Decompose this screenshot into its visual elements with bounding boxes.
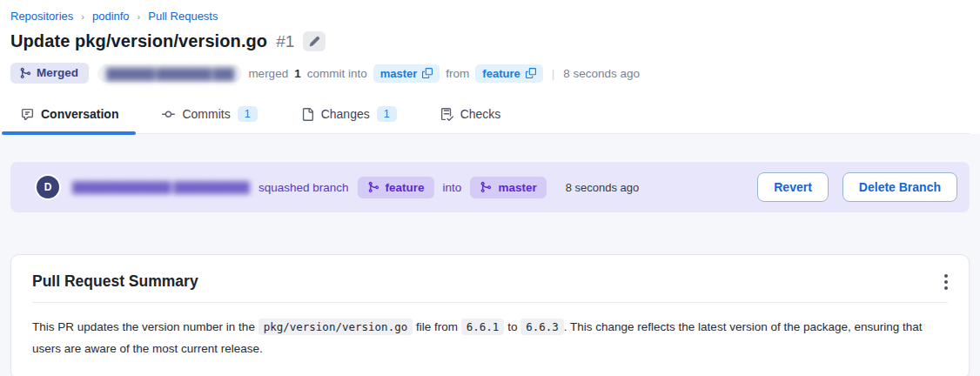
tab-label: Checks: [460, 107, 501, 121]
target-branch-label: master: [380, 67, 418, 80]
breadcrumb: Repositories › podinfo › Pull Requests: [10, 10, 970, 23]
tab-changes[interactable]: Changes 1: [291, 98, 407, 133]
delete-branch-button[interactable]: Delete Branch: [842, 172, 957, 202]
merge-event-banner: D █████████████ ██████████ squashed bran…: [10, 162, 970, 212]
inline-code: 6.6.1: [461, 319, 505, 335]
pr-author[interactable]: ███████ ████████ ███: [97, 64, 242, 83]
pr-tabbar: Conversation Commits 1 Changes 1: [10, 98, 970, 134]
tab-checks[interactable]: Checks: [430, 98, 512, 133]
breadcrumb-separator: ›: [81, 11, 84, 22]
target-branch-tag[interactable]: master: [470, 177, 546, 198]
source-branch-chip[interactable]: feature: [475, 64, 542, 83]
inline-code: 6.6.3: [520, 319, 564, 335]
redacted-actor-name: █████████████ ██████████: [72, 181, 257, 194]
changes-count-badge: 1: [377, 106, 397, 122]
kebab-menu-button[interactable]: [939, 269, 953, 295]
tab-label: Commits: [182, 107, 230, 121]
merged-badge-label: Merged: [37, 66, 78, 79]
kebab-dot: [944, 280, 948, 284]
breadcrumb-repositories[interactable]: Repositories: [10, 10, 73, 23]
commit-count: 1: [294, 67, 301, 80]
merge-action-text: squashed branch: [258, 181, 349, 194]
source-branch-tag[interactable]: feature: [358, 177, 434, 198]
summary-card-title: Pull Request Summary: [32, 272, 948, 291]
page-title: Update pkg/version/version.go: [10, 31, 267, 51]
kebab-dot: [944, 286, 948, 290]
commits-count-badge: 1: [238, 106, 258, 122]
tab-label: Changes: [321, 107, 370, 121]
source-branch-label: feature: [482, 67, 520, 80]
copy-icon[interactable]: [526, 68, 536, 78]
merge-time-ago: 8 seconds ago: [566, 181, 640, 194]
pull-request-page: Repositories › podinfo › Pull Requests U…: [0, 0, 980, 376]
title-row: Update pkg/version/version.go #1: [10, 31, 970, 51]
breadcrumb-separator: ›: [138, 11, 141, 22]
git-branch-icon: [367, 181, 379, 193]
breadcrumb-pull-requests[interactable]: Pull Requests: [148, 10, 218, 23]
breadcrumb-podinfo[interactable]: podinfo: [92, 10, 130, 23]
conversation-panel: D █████████████ ██████████ squashed bran…: [0, 134, 980, 376]
pull-request-summary-card: Pull Request Summary This PR updates the…: [10, 254, 970, 376]
card-divider: [32, 302, 948, 303]
git-merge-icon: [19, 67, 31, 79]
redacted-username: ███████ ████████ ███: [106, 68, 233, 80]
comment-icon: [21, 108, 34, 121]
into-text: into: [443, 181, 462, 194]
commit-icon: [162, 108, 175, 121]
pr-number: #1: [276, 32, 294, 51]
avatar[interactable]: D: [37, 176, 59, 198]
meta-divider: |: [552, 67, 555, 80]
from-text: from: [446, 67, 469, 80]
target-branch-tag-label: master: [498, 181, 536, 194]
file-icon: [301, 108, 314, 121]
edit-title-button[interactable]: [303, 31, 326, 51]
source-branch-tag-label: feature: [386, 181, 425, 194]
kebab-dot: [944, 274, 948, 278]
merged-text: merged: [248, 67, 288, 80]
tab-conversation[interactable]: Conversation: [10, 98, 129, 133]
revert-button[interactable]: Revert: [757, 172, 829, 202]
checklist-icon: [440, 108, 453, 121]
merged-text-2: commit into: [307, 67, 367, 80]
summary-text: This PR updates the version number in th…: [32, 316, 948, 359]
copy-icon[interactable]: [422, 68, 433, 78]
pr-time-ago: 8 seconds ago: [563, 67, 640, 80]
pencil-icon: [309, 36, 320, 47]
inline-code: pkg/version/version.go: [258, 319, 413, 335]
merged-status-badge: Merged: [10, 63, 89, 84]
page-header: Repositories › podinfo › Pull Requests U…: [0, 0, 980, 134]
target-branch-chip[interactable]: master: [373, 64, 440, 83]
pr-meta-row: Merged ███████ ████████ ███ merged 1 com…: [10, 63, 970, 84]
banner-actions: Revert Delete Branch: [757, 172, 957, 202]
tab-label: Conversation: [41, 107, 118, 121]
git-branch-icon: [480, 181, 492, 193]
tab-commits[interactable]: Commits 1: [151, 98, 267, 133]
